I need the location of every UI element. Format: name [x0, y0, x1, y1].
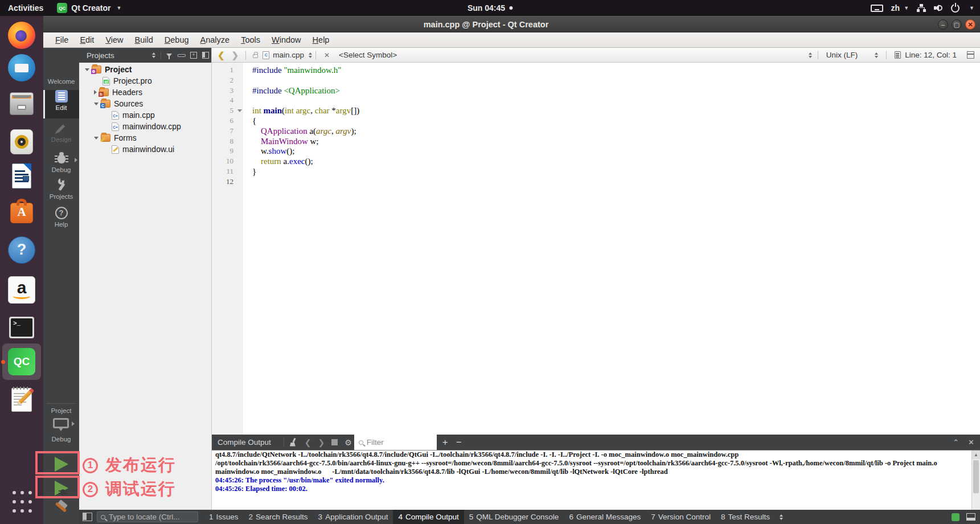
- appmenu-button[interactable]: QC Qt Creator ▼: [51, 3, 127, 13]
- menubar: FileEditViewBuildDebugAnalyzeToolsWindow…: [43, 32, 980, 48]
- clear-output-icon[interactable]: [289, 438, 298, 447]
- mode-debug[interactable]: Debug: [43, 151, 79, 179]
- close-panel-icon[interactable]: [202, 52, 209, 59]
- output-pane-title[interactable]: Compile Output: [212, 438, 279, 447]
- dock-terminal-icon[interactable]: >_: [8, 314, 35, 341]
- next-item-icon[interactable]: ❯: [318, 438, 325, 447]
- tree-item-sources[interactable]: CSources: [79, 98, 211, 109]
- tree-item-project[interactable]: ⚙Project: [79, 64, 211, 75]
- dock-ubuntu-software-icon[interactable]: A: [8, 198, 35, 226]
- build-status-icon[interactable]: [952, 513, 960, 521]
- tree-item-mainwindow-ui[interactable]: mainwindow.ui: [79, 144, 211, 155]
- cursor-position-indicator[interactable]: Line: 12, Col: 1: [886, 51, 965, 59]
- dock-firefox-icon[interactable]: [8, 22, 35, 49]
- encoding-selector[interactable]: Unix (LF): [818, 51, 887, 59]
- sync-with-editor-icon[interactable]: ⊂⊃: [177, 52, 185, 59]
- split-editor-icon[interactable]: [967, 51, 974, 59]
- panel-selector-spinner-icon[interactable]: [152, 52, 155, 58]
- dock-qt-creator-icon[interactable]: QC: [8, 348, 35, 375]
- dock-thunderbird-icon[interactable]: [8, 54, 35, 81]
- symbol-selector[interactable]: <Select Symbol>: [334, 51, 818, 59]
- menu-window[interactable]: Window: [266, 34, 306, 46]
- zoom-in-icon[interactable]: +: [442, 437, 448, 448]
- open-file-name[interactable]: main.cpp: [273, 51, 304, 59]
- activities-button[interactable]: Activities: [0, 0, 51, 16]
- maximize-pane-icon[interactable]: ⌃: [953, 438, 959, 447]
- network-icon[interactable]: [917, 4, 926, 12]
- dock-rhythmbox-icon[interactable]: [8, 128, 35, 155]
- menu-file[interactable]: File: [50, 34, 73, 46]
- dock-help-icon[interactable]: ?: [8, 236, 35, 264]
- mode-design[interactable]: Design: [43, 121, 79, 149]
- menu-view[interactable]: View: [100, 34, 128, 46]
- minimize-button[interactable]: –: [938, 19, 948, 30]
- dock-app-grid-icon[interactable]: [8, 491, 35, 524]
- power-icon[interactable]: [951, 4, 960, 13]
- input-method-button[interactable]: zh ▼: [891, 3, 909, 13]
- scroll-up-icon[interactable]: ▲: [972, 451, 980, 459]
- output-tab-search-results[interactable]: 2Search Results: [244, 510, 313, 524]
- menu-help[interactable]: Help: [307, 34, 335, 46]
- dock-amazon-icon[interactable]: a: [8, 276, 35, 304]
- pane-selector-spinner-icon[interactable]: [780, 514, 783, 520]
- dock-text-editor-icon[interactable]: [8, 386, 35, 413]
- menu-edit[interactable]: Edit: [75, 34, 99, 46]
- output-tab-application-output[interactable]: 3Application Output: [313, 510, 393, 524]
- clock-button[interactable]: Sun 04:45: [468, 3, 512, 13]
- zoom-out-icon[interactable]: −: [456, 437, 462, 448]
- chevron-down-icon[interactable]: ▼: [969, 5, 974, 11]
- output-tab-general-messages[interactable]: 6General Messages: [564, 510, 646, 524]
- tree-expand-icon[interactable]: [94, 90, 97, 95]
- mode-help[interactable]: ?Help: [43, 207, 79, 235]
- output-tab-version-control[interactable]: 7Version Control: [646, 510, 716, 524]
- tree-expand-icon[interactable]: [94, 137, 99, 140]
- split-panel-icon[interactable]: +: [190, 52, 197, 59]
- file-dropdown-spinner-icon[interactable]: [309, 52, 312, 58]
- tree-item-project-pro[interactable]: qtProject.pro: [79, 75, 211, 87]
- stop-icon[interactable]: [331, 439, 338, 445]
- dock-files-icon[interactable]: [8, 90, 35, 117]
- toggle-output-panes-icon[interactable]: [966, 513, 975, 521]
- output-tab-qml-debugger-console[interactable]: 5QML Debugger Console: [464, 510, 564, 524]
- toggle-sidebar-icon[interactable]: [83, 513, 92, 521]
- previous-item-icon[interactable]: ❮: [305, 438, 311, 447]
- mode-projects[interactable]: Projects: [43, 178, 79, 206]
- mode-edit[interactable]: Edit: [43, 90, 79, 118]
- tree-item-forms[interactable]: Forms: [79, 132, 211, 144]
- settings-gear-icon[interactable]: ⚙: [345, 438, 352, 447]
- menu-build[interactable]: Build: [130, 34, 158, 46]
- close-file-icon[interactable]: ✕: [319, 51, 334, 59]
- close-pane-icon[interactable]: ✕: [968, 438, 974, 447]
- projects-panel-header[interactable]: Projects ⊂⊃ +: [79, 48, 211, 63]
- window-titlebar[interactable]: main.cpp @ Project - Qt Creator – ▢ ✕: [43, 16, 980, 32]
- code-lines[interactable]: #include "mainwindow.h"#include <QApplic…: [243, 63, 980, 435]
- keyboard-icon[interactable]: [871, 5, 883, 12]
- menu-debug[interactable]: Debug: [159, 34, 194, 46]
- tree-item-headers[interactable]: hHeaders: [79, 87, 211, 98]
- mode-welcome[interactable]: Welcome: [43, 63, 79, 91]
- code-editor[interactable]: 123456789101112 #include "mainwindow.h"#…: [212, 63, 980, 435]
- volume-icon[interactable]: [934, 4, 943, 12]
- locator-field[interactable]: Type to locate (Ctrl...: [97, 511, 198, 522]
- output-tab-issues[interactable]: 1Issues: [204, 510, 244, 524]
- kit-selector-monitor-icon[interactable]: [53, 418, 69, 428]
- menu-tools[interactable]: Tools: [236, 34, 265, 46]
- menu-analyze[interactable]: Analyze: [195, 34, 235, 46]
- tree-expand-icon[interactable]: [94, 103, 99, 105]
- build-button[interactable]: [52, 501, 71, 516]
- dock-libreoffice-writer-icon[interactable]: [8, 162, 35, 190]
- output-tab-compile-output[interactable]: 4Compile Output: [393, 510, 464, 524]
- forward-icon[interactable]: ❯: [228, 50, 243, 60]
- output-filter-field[interactable]: Filter: [354, 435, 437, 450]
- output-tab-test-results[interactable]: 8Test Results: [716, 510, 775, 524]
- scrollbar-thumb[interactable]: [973, 460, 979, 493]
- close-button[interactable]: ✕: [965, 19, 975, 30]
- tree-expand-icon[interactable]: [85, 68, 89, 71]
- fold-marker-icon[interactable]: [237, 109, 242, 112]
- tree-item-mainwindow-cpp[interactable]: C+mainwindow.cpp: [79, 121, 211, 132]
- maximize-button[interactable]: ▢: [952, 19, 962, 30]
- back-icon[interactable]: ❮: [212, 50, 228, 60]
- tree-item-main-cpp[interactable]: C+main.cpp: [79, 109, 211, 121]
- kit-selector-arrow-icon[interactable]: [72, 421, 75, 426]
- filter-icon[interactable]: [166, 54, 172, 57]
